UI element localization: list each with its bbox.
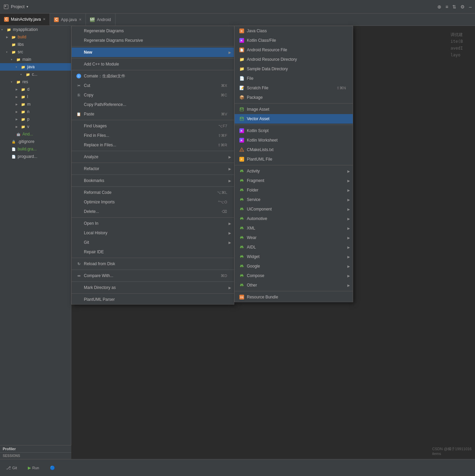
menu-folder[interactable]: Folder ▶ [235,185,353,195]
tree-src[interactable]: ▾ 📁 src [0,48,71,56]
menu-compare-with[interactable]: ⇔ Compare With... ⌘D [72,271,234,280]
tree-label-n: n [27,109,30,114]
menu-find-in-files[interactable]: Find in Files... ⇧⌘F [72,131,234,140]
menu-paste[interactable]: 📋 Paste ⌘V [72,109,234,119]
tree-proguard[interactable]: 📄 proguard... [0,153,71,160]
menu-activity[interactable]: Activity ▶ [235,166,353,176]
refactor-label: Refactor [84,166,227,171]
menu-repair-ide[interactable]: Repair IDE [72,247,234,257]
menu-regenerate-diagrams[interactable]: Regenerate Diagrams [72,26,234,36]
bottom-tab-profiler[interactable]: 🔵 [47,464,58,472]
menu-service[interactable]: Service ▶ [235,195,353,204]
menu-bookmarks[interactable]: Bookmarks ▶ [72,176,234,185]
tree-res[interactable]: ▾ 📁 res [0,78,71,86]
menu-scratch-file[interactable]: 📝 Scratch File ⇧⌘N [235,83,353,93]
title-dropdown[interactable]: ▾ [26,5,28,8]
menu-add-cpp[interactable]: Add C++ to Module [72,59,234,69]
minimize-icon[interactable]: – [469,4,472,10]
menu-xml[interactable]: XML ▶ [235,223,353,233]
menu-plantuml-parser[interactable]: PlantUML Parser [72,295,234,304]
menu-find-usages[interactable]: Find Usages ⌥F7 [72,121,234,131]
menu-google[interactable]: Google ▶ [235,261,353,271]
svg-rect-75 [243,256,243,257]
menu-resource-bundle[interactable]: RB Resource Bundle [235,292,353,302]
menu-cut[interactable]: ✂ Cut ⌘X [72,81,234,90]
menu-cmake-lists[interactable]: CMakeLists.txt [235,145,353,154]
svg-point-29 [241,198,241,199]
tree-libs[interactable]: 📁 libs [0,41,71,48]
menu-compose[interactable]: Compose ▶ [235,271,353,280]
menu-kotlin-worksheet[interactable]: K Kotlin Worksheet [235,135,353,145]
menu-image-asset[interactable]: Image Asset [235,105,353,114]
menu-java-class[interactable]: C Java Class [235,26,353,36]
tree-myapplication[interactable]: ▾ 📁 myapplication [0,26,71,33]
tree-res-d[interactable]: ▶ 📁 d [0,86,71,93]
menu-automotive[interactable]: Automotive ▶ [235,214,353,223]
menu-analyze[interactable]: Analyze ▶ [72,152,234,162]
tree-res-v[interactable]: ▶ 📁 v [0,123,71,130]
menu-file[interactable]: 📄 File [235,74,353,83]
arrange-icon[interactable]: ⇅ [452,4,456,10]
tree-build[interactable]: ▶ 📂 build [0,33,71,41]
tree-build-gradle[interactable]: 📄 build.gra... [0,145,71,153]
delete-label: Delete... [84,209,215,214]
tree-package[interactable]: ▾ 📁 c... [0,71,71,78]
new-label: New [84,50,227,55]
menu-refactor[interactable]: Refactor ▶ [72,164,234,173]
menu-optimize-imports[interactable]: Optimize Imports ^⌥O [72,197,234,207]
tab-app-java[interactable]: C App.java ✕ [50,14,86,25]
tree-res-m[interactable]: ▶ 📁 m [0,100,71,108]
scratch-file-icon: 📝 [239,86,245,90]
menu-copy[interactable]: ⎘ Copy ⌘C [72,90,234,100]
menu-regenerate-diagrams-recursive[interactable]: Regenerate Diagrams Recursive [72,36,234,45]
menu-android-resource-file[interactable]: 📄 Android Resource File [235,45,353,55]
tree-java[interactable]: ▾ 📁 java [0,63,71,71]
tab-app-java-close[interactable]: ✕ [79,18,81,21]
menu-kotlin-class[interactable]: K Kotlin Class/File [235,36,353,45]
menu-git[interactable]: Git ▶ [72,238,234,247]
menu-ui-component[interactable]: UiComponent ▶ [235,204,353,214]
menu-widget[interactable]: Widget ▶ [235,252,353,261]
menu-wear[interactable]: Wear ▶ [235,233,353,242]
find-usages-label: Find Usages [84,124,212,128]
svg-rect-61 [243,237,243,238]
tree-gitignore[interactable]: 🔒 .gitignore [0,138,71,145]
menu-new[interactable]: New ▶ [72,48,234,57]
menu-reload-disk[interactable]: ↻ Reload from Disk [72,259,234,269]
menu-mark-directory[interactable]: Mark Directory as ▶ [72,283,234,292]
menu-reformat-code[interactable]: Reformat Code ⌥⌘L [72,188,234,197]
menu-comate[interactable]: C Comate：生成dao文件 [72,71,234,81]
menu-aidl[interactable]: AIDL ▶ [235,242,353,252]
tree-res-p[interactable]: ▶ 📁 p [0,115,71,123]
menu-fragment[interactable]: Fragment ▶ [235,176,353,185]
menu-open-in[interactable]: Open In ▶ [72,219,234,228]
svg-rect-55 [241,228,242,230]
tree-res-n[interactable]: ▶ 📁 n [0,108,71,115]
menu-plantuml-file[interactable]: P PlantUML File [235,154,353,164]
menu-delete[interactable]: Delete... ⌫ [72,207,234,216]
list-icon[interactable]: ≡ [445,4,448,10]
tab-main-activity-close[interactable]: ✕ [43,17,45,21]
tree-main[interactable]: ▾ 📁 main [0,56,71,63]
menu-sample-data-dir[interactable]: 📁 Sample Data Directory [235,64,353,74]
bottom-tab-git[interactable]: ⎇ Git [3,464,20,472]
menu-android-resource-dir[interactable]: 📁 Android Resource Directory [235,55,353,64]
regenerate-diagrams-recursive-label: Regenerate Diagrams Recursive [84,38,227,43]
add-icon[interactable]: ⊕ [437,4,441,10]
tree-res-l[interactable]: ▶ 📁 l [0,93,71,100]
svg-rect-66 [240,246,243,249]
menu-local-history[interactable]: Local History ▶ [72,228,234,238]
settings-icon[interactable]: ⚙ [460,4,465,10]
menu-copy-path[interactable]: Copy Path/Reference... [72,100,234,109]
menu-replace-in-files[interactable]: Replace in Files... ⇧⌘R [72,140,234,150]
reformat-code-shortcut: ⌥⌘L [217,190,227,195]
tree-android-manifest[interactable]: 🤖 And... [0,130,71,138]
tab-android[interactable]: MF Android [86,14,115,25]
bottom-tab-run[interactable]: ▶ Run [25,464,42,472]
menu-other[interactable]: Other ▶ [235,280,353,290]
menu-vector-asset[interactable]: Vector Asset [235,114,353,124]
tab-main-activity[interactable]: C MainActivity.java ✕ [0,14,50,25]
git-bottom-label: Git [12,466,17,470]
menu-kotlin-script[interactable]: K Kotlin Script [235,126,353,135]
menu-package[interactable]: 📦 Package [235,93,353,102]
